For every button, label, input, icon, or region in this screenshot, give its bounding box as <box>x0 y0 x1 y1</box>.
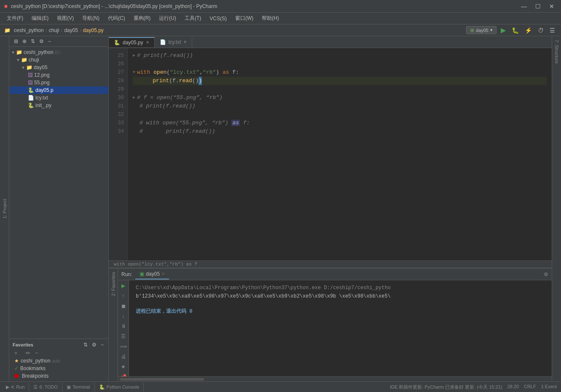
breadcrumb-root[interactable]: ceshi_python <box>14 27 44 33</box>
close-button[interactable]: ✕ <box>547 3 557 10</box>
run-stop-btn[interactable]: ◼ <box>121 302 126 310</box>
menu-run[interactable]: 运行(U) <box>156 14 180 23</box>
sidebar-layout-icon[interactable]: ⊞ <box>13 38 19 45</box>
file-tree: ▼ 📁 ceshi_python D:\ ▼ 📁 chuji ▼ 📁 <box>9 47 108 338</box>
status-message: IDE 和插件更新: PyCharm 已准备好 更新. (今天 15:21) <box>390 384 502 390</box>
fav-edit-btn[interactable]: ✏ <box>24 349 32 357</box>
code-as: as <box>223 68 229 77</box>
tree-item-ceshi-python[interactable]: ▼ 📁 ceshi_python D:\ <box>9 48 108 56</box>
run-config-dropdown[interactable]: ▣ day05 ▾ <box>466 26 497 34</box>
fav-plus-btn[interactable]: + <box>9 349 23 357</box>
menu-help[interactable]: 帮助(H) <box>258 14 282 23</box>
tab-lcytxt[interactable]: 📄 lcy.txt ✕ <box>155 38 193 47</box>
menu-vcs[interactable]: VCS(S) <box>206 15 230 22</box>
fold-btn-30[interactable]: ▶ <box>133 94 135 102</box>
tree-item-chuji[interactable]: ▼ 📁 chuji <box>9 56 108 64</box>
bottom-tab-terminal[interactable]: ▣ Terminal <box>62 383 95 392</box>
code-content[interactable]: ▶ # print(f.read()) ▼ with open(“lcy.txt… <box>128 48 552 260</box>
run-play-btn[interactable]: ▶ <box>121 282 126 290</box>
check-icon: ✓ <box>14 365 19 371</box>
tree-label: 12.png <box>34 72 50 78</box>
maximize-button[interactable]: ☐ <box>533 3 543 10</box>
code-editor[interactable]: 25 26 27 28 29 30 31 32 33 34 ▶ # print(… <box>109 48 552 260</box>
run-indent-btn[interactable]: ⟹ <box>119 343 128 350</box>
run-config-label: day05 <box>476 28 489 33</box>
run-scrollbar[interactable] <box>118 376 552 381</box>
run-button[interactable]: ▶ <box>499 25 507 35</box>
run-pause-btn[interactable]: ⏸ <box>120 322 127 330</box>
run-tab-day05[interactable]: ▣ day05 ✕ <box>135 269 169 279</box>
code-paren2: ) <box>216 68 223 77</box>
breadcrumb-file[interactable]: day05.py <box>83 27 104 33</box>
fold-btn-27[interactable]: ▼ <box>133 68 135 77</box>
sidebar-minimize-icon[interactable]: − <box>47 38 52 45</box>
run-list-btn[interactable]: ☰ <box>120 333 126 340</box>
file-icon-txt: 📄 <box>28 95 34 101</box>
sidebar-panel: 1: Project ⊞ ⊕ ⇅ ⚙ − ▼ 📁 <box>0 36 109 381</box>
run-up-btn[interactable]: ↑ <box>121 292 126 300</box>
code-fn2: read <box>179 77 192 85</box>
profile-button[interactable]: ⏱ <box>536 26 545 35</box>
run-settings-icon[interactable]: ⚙ <box>544 271 548 277</box>
fav-item-ceshi-python[interactable]: ★ ceshi_python auto <box>9 357 108 365</box>
fav-remove-btn[interactable]: − <box>33 349 40 357</box>
tools-button[interactable]: ☰ <box>548 26 557 35</box>
minimize-button[interactable]: — <box>518 3 529 10</box>
sidebar-add-icon[interactable]: ⊕ <box>21 38 28 45</box>
fav-label: ceshi_python <box>21 358 51 364</box>
debug-button[interactable]: 🐛 <box>510 26 521 35</box>
structure-tab-label[interactable]: 7: Structure <box>553 36 560 67</box>
menu-file[interactable]: 文件(F) <box>3 14 27 23</box>
line-num-31: 31 <box>114 102 124 110</box>
menu-refactor[interactable]: 重构(R) <box>130 14 154 23</box>
bottom-tab-python-console[interactable]: 🐍 Python Console <box>95 383 144 392</box>
project-tab-label[interactable]: 1: Project <box>2 199 7 218</box>
run-icon: ▣ <box>470 27 474 33</box>
window-title: ceshi_python [D:\ceship7\ceshi_python] -… <box>11 3 217 9</box>
fav-item-bookmarks[interactable]: ✓ Bookmarks <box>9 365 108 372</box>
tree-item-day05py[interactable]: 🐍 day05.p <box>9 86 108 94</box>
favorites-add-bar: + ✏ − <box>9 349 108 357</box>
run-print-btn[interactable]: 🖨 <box>120 353 127 360</box>
tree-item-day05[interactable]: ▼ 📁 day05 <box>9 64 108 71</box>
tree-item-55png[interactable]: 🖼 55.png <box>9 79 108 86</box>
tab-day05py[interactable]: 🐍 day05.py ✕ <box>109 37 155 47</box>
as-highlight: as <box>231 120 240 126</box>
menu-view[interactable]: 视图(V) <box>54 14 77 23</box>
bottom-right-status: IDE 和插件更新: PyCharm 已准备好 更新. (今天 15:21) 2… <box>390 384 561 390</box>
tree-item-initpy[interactable]: 🐍 init_.py <box>9 102 108 109</box>
breadcrumb-day05[interactable]: day05 <box>64 27 78 33</box>
menu-tools[interactable]: 工具(T) <box>181 14 204 23</box>
breadcrumb-chuji[interactable]: chuji <box>49 27 59 33</box>
menu-edit[interactable]: 编辑(E) <box>28 14 52 23</box>
code-comma: , <box>199 68 203 77</box>
fold-btn-25[interactable]: ▶ <box>133 51 135 60</box>
tree-item-12png[interactable]: 🖼 12.png <box>9 71 108 79</box>
sidebar-settings-icon[interactable]: ⚙ <box>38 38 45 45</box>
menu-window[interactable]: 窗口(W) <box>232 14 257 23</box>
favorites-settings-icon[interactable]: ⚙ <box>91 341 98 348</box>
tab-label: 6: TODO <box>39 384 58 389</box>
run-star-btn[interactable]: ★ <box>120 363 126 371</box>
favorites-sort-icon[interactable]: ⇅ <box>82 341 89 348</box>
hint-bar: with open("lcy.txt","rb") as f <box>109 260 552 268</box>
tab-close-btn[interactable]: ✕ <box>146 40 149 45</box>
terminal-icon: ▣ <box>67 384 71 390</box>
tree-item-lcytxt[interactable]: 📄 lcy.txt <box>9 94 108 102</box>
fav-item-breakpoints[interactable]: Breakpoints <box>9 372 108 380</box>
sidebar-sort-icon[interactable]: ⇅ <box>30 38 36 45</box>
favorites-side-label[interactable]: 2: Favorites <box>110 270 117 298</box>
menu-code[interactable]: 代码(C) <box>105 14 129 23</box>
run-pin-btn[interactable]: 📌 <box>119 373 127 376</box>
run-output-bytes: b'1234\xe5\x9c\xa8\xe5\x90\x97\xe5\x9c\x… <box>136 292 545 301</box>
favorites-minus-icon[interactable]: − <box>99 341 105 348</box>
code-text: # print(f.read()) <box>137 51 193 60</box>
menu-navigate[interactable]: 导航(N) <box>79 14 103 23</box>
bottom-tab-run[interactable]: ▶ 4: Run <box>2 383 29 392</box>
run-down-btn[interactable]: ↓ <box>121 312 126 320</box>
tab-label: day05.py <box>123 40 143 46</box>
coverage-button[interactable]: ⚡ <box>523 26 534 35</box>
run-tab-close[interactable]: ✕ <box>161 271 165 276</box>
tab-close-btn[interactable]: ✕ <box>183 40 187 44</box>
bottom-tab-todo[interactable]: ☰ 6: TODO <box>29 383 62 392</box>
